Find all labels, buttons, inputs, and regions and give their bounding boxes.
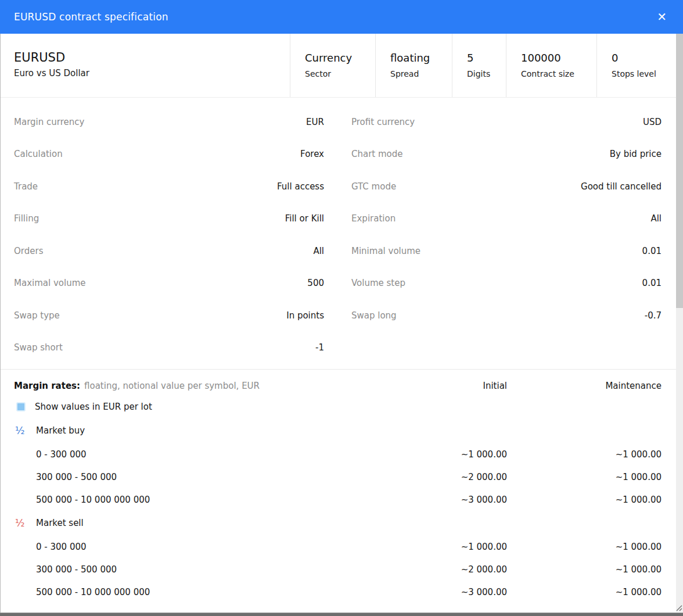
property-value: By bid price	[610, 149, 662, 159]
margin-tier-row: 300 000 - 500 000~2 000.00~1 000.00	[14, 465, 662, 488]
summary-cell-value: Currency	[305, 51, 371, 65]
property-value: 500	[307, 278, 324, 288]
checkbox-show-values-per-lot[interactable]	[16, 402, 26, 411]
property-row: CalculationForex	[14, 138, 324, 171]
property-value: 0.01	[642, 246, 662, 256]
initial-value: ~2 000.00	[344, 472, 507, 482]
property-label: Margin currency	[14, 117, 84, 127]
summary-cell-label: Digits	[467, 69, 501, 78]
dialog-header: EURUSD contract specification ✕	[0, 0, 683, 34]
summary-cell-spread: floatingSpread	[376, 34, 452, 97]
maintenance-value: ~1 000.00	[507, 542, 662, 552]
summary-cell-label: Stops level	[612, 69, 671, 78]
property-value: Fill or Kill	[285, 213, 324, 224]
property-value: Full access	[277, 181, 324, 192]
margin-range: 500 000 - 10 000 000 000	[14, 495, 344, 505]
property-row: Swap typeIn points	[14, 299, 324, 332]
group-header-market-sell: ½Market sell	[14, 511, 662, 535]
initial-value: ~1 000.00	[344, 542, 507, 552]
property-label: Calculation	[14, 149, 63, 159]
property-row: GTC modeGood till cancelled	[351, 170, 662, 203]
property-label: Trade	[14, 181, 38, 192]
property-value: -1	[315, 342, 324, 353]
properties-column-left: Margin currencyEURCalculationForexTradeF…	[14, 106, 324, 364]
margin-tier-row: 500 000 - 10 000 000 000~3 000.00~1 000.…	[14, 488, 662, 511]
group-header-market-buy: ½Market buy	[14, 418, 662, 443]
property-row: FillingFill or Kill	[14, 203, 324, 235]
close-icon[interactable]: ✕	[653, 9, 670, 25]
summary-cell-value: 5	[467, 51, 501, 65]
summary-cell-sector: CurrencySector	[290, 34, 376, 97]
property-value: All	[313, 246, 324, 256]
margin-rates-title: Margin rates:	[14, 381, 80, 391]
property-value: Forex	[300, 149, 324, 159]
dialog-title: EURUSD contract specification	[14, 11, 168, 23]
initial-value: ~1 000.00	[344, 449, 507, 460]
property-label: Filling	[14, 213, 39, 224]
property-label: Profit currency	[351, 117, 415, 127]
maintenance-value: ~1 000.00	[507, 587, 662, 597]
property-row: ExpirationAll	[351, 203, 662, 235]
maintenance-value: ~1 000.00	[507, 564, 662, 575]
maintenance-value: ~1 000.00	[507, 495, 662, 505]
property-row: Minimal volume0.01	[351, 235, 662, 267]
margin-groups: ½Market buy0 - 300 000~1 000.00~1 000.00…	[14, 418, 662, 603]
group-name: Market sell	[36, 518, 84, 528]
initial-value: ~2 000.00	[344, 564, 507, 575]
property-row: Swap short-1	[14, 332, 324, 364]
margin-range: 0 - 300 000	[14, 449, 344, 460]
column-header-initial: Initial	[344, 381, 507, 391]
summary-cell-value: floating	[390, 51, 447, 65]
property-label: GTC mode	[351, 181, 396, 192]
symbol-description: Euro vs US Dollar	[14, 68, 285, 78]
margin-tier-row: 300 000 - 500 000~2 000.00~1 000.00	[14, 558, 662, 581]
summary-cell-stops-level: 0Stops level	[597, 34, 676, 97]
property-label: Swap long	[351, 310, 397, 321]
initial-value: ~3 000.00	[344, 587, 507, 597]
property-row: Volume step0.01	[351, 267, 662, 300]
property-value: Good till cancelled	[581, 181, 662, 192]
resize-grip-icon[interactable]	[675, 604, 682, 611]
margin-rates-header: Margin rates: floating, notional value p…	[14, 377, 662, 395]
scrollbar-track[interactable]	[676, 34, 683, 612]
property-row: TradeFull access	[14, 170, 324, 203]
symbol-name: EURUSD	[14, 50, 285, 65]
property-row: Maximal volume500	[14, 267, 324, 300]
symbol-summary-band: EURUSD Euro vs US Dollar CurrencySectorf…	[0, 34, 683, 98]
property-label: Chart mode	[351, 149, 403, 159]
show-values-row: Show values in EUR per lot	[14, 395, 662, 418]
summary-cell-value: 0	[612, 51, 671, 65]
margin-range: 300 000 - 500 000	[14, 472, 344, 482]
properties-column-right: Profit currencyUSDChart modeBy bid price…	[351, 106, 662, 364]
property-value: -0.7	[645, 310, 662, 321]
summary-cell-value: 100000	[521, 51, 592, 65]
property-row: OrdersAll	[14, 235, 324, 267]
margin-tier-row: 0 - 300 000~1 000.00~1 000.00	[14, 535, 662, 558]
summary-cell-label: Spread	[390, 69, 447, 78]
window-bottom-edge	[0, 613, 683, 616]
half-fraction-icon: ½	[14, 517, 36, 529]
property-row: Swap long-0.7	[351, 299, 662, 332]
summary-cell-contract-size: 100000Contract size	[506, 34, 597, 97]
margin-rates-section: Margin rates: floating, notional value p…	[0, 369, 683, 603]
property-row: Chart modeBy bid price	[351, 138, 662, 171]
margin-range: 0 - 300 000	[14, 542, 344, 552]
property-value: 0.01	[642, 278, 662, 288]
margin-rates-subtitle: floating, notional value per symbol, EUR	[84, 381, 344, 391]
property-label: Swap type	[14, 310, 60, 321]
summary-cell-digits: 5Digits	[452, 34, 506, 97]
summary-cell-label: Sector	[305, 69, 371, 78]
property-row: Margin currencyEUR	[14, 106, 324, 138]
property-value: EUR	[306, 117, 324, 127]
checkbox-label: Show values in EUR per lot	[35, 402, 152, 412]
property-label: Maximal volume	[14, 278, 86, 288]
property-label: Swap short	[14, 342, 63, 353]
property-label: Minimal volume	[351, 246, 420, 256]
group-name: Market buy	[36, 425, 85, 436]
property-value: USD	[643, 117, 662, 127]
property-label: Expiration	[351, 213, 396, 224]
margin-tier-row: 0 - 300 000~1 000.00~1 000.00	[14, 443, 662, 465]
scrollbar-thumb[interactable]	[676, 34, 683, 308]
maintenance-value: ~1 000.00	[507, 449, 662, 460]
maintenance-value: ~1 000.00	[507, 472, 662, 482]
